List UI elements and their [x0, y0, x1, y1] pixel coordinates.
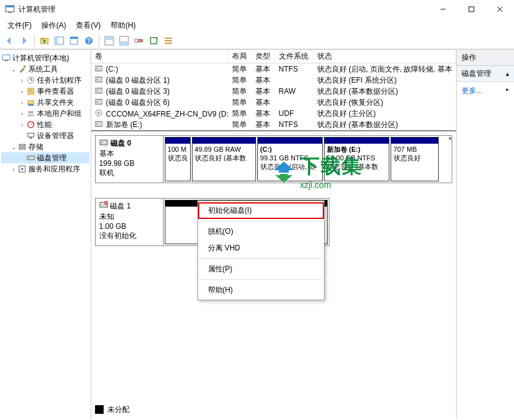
- volume-row[interactable]: (磁盘 0 磁盘分区 6)简单基本状态良好 (恢复分区): [91, 97, 456, 108]
- svg-rect-39: [28, 114, 34, 117]
- disk-0-partitions: 100 M状态良49.89 GB RAW状态良好 (基本数(C:)99.31 G…: [164, 136, 452, 183]
- tree-label: 服务和应用程序: [28, 164, 80, 175]
- tree-label: 本地用户和组: [37, 109, 81, 119]
- view-top-button[interactable]: [102, 34, 116, 47]
- volume-row[interactable]: (磁盘 0 磁盘分区 1)简单基本状态良好 (EFI 系统分区): [91, 75, 456, 86]
- minimize-button[interactable]: [429, 0, 457, 19]
- svg-rect-16: [105, 36, 114, 40]
- menu-view[interactable]: 查看(V): [71, 19, 106, 32]
- svg-rect-31: [28, 88, 34, 94]
- storage-icon: [17, 142, 27, 152]
- volume-row[interactable]: (磁盘 0 磁盘分区 3)简单基本RAW状态良好 (基本数据分区): [91, 86, 456, 97]
- actions-disk-mgmt[interactable]: 磁盘管理 ▴: [457, 66, 514, 82]
- col-volume[interactable]: 卷: [91, 50, 228, 63]
- expand-icon[interactable]: ›: [19, 121, 26, 128]
- volume-row[interactable]: CCCOMA_X64FRE_ZH-CN_DV9 (D:)简单基本UDF状态良好 …: [91, 108, 456, 119]
- volume-icon: [95, 120, 104, 128]
- expand-icon[interactable]: ›: [10, 166, 17, 173]
- tree-device-manager[interactable]: 设备管理器: [1, 130, 89, 141]
- ctx-initialize-disk[interactable]: 初始化磁盘(I): [198, 202, 324, 219]
- ctx-properties[interactable]: 属性(P): [198, 261, 324, 278]
- device-icon: [26, 131, 36, 141]
- tree-label: 系统工具: [28, 64, 58, 75]
- scroll-up-button[interactable]: ▴: [446, 133, 455, 141]
- expand-icon[interactable]: ›: [19, 110, 26, 117]
- svg-rect-10: [55, 37, 58, 44]
- col-layout[interactable]: 布局: [228, 50, 252, 63]
- col-filesystem[interactable]: 文件系统: [275, 50, 313, 63]
- tree-disk-management[interactable]: 磁盘管理: [1, 152, 89, 163]
- volume-fs: NTFS: [275, 119, 313, 130]
- volume-row[interactable]: (C:)简单基本NTFS状态良好 (启动, 页面文件, 故障转储, 基本: [91, 64, 456, 75]
- view-bottom-button[interactable]: [117, 34, 131, 47]
- svg-point-53: [96, 79, 97, 80]
- expand-icon[interactable]: ⌄: [10, 66, 17, 73]
- actions-more-label: 更多...: [462, 86, 483, 96]
- forward-button[interactable]: [17, 34, 31, 47]
- ctx-detach-vhd[interactable]: 分离 VHD: [198, 240, 324, 257]
- clock-icon: [26, 75, 36, 85]
- actions-more[interactable]: 更多... ▸: [457, 82, 514, 100]
- menu-file[interactable]: 文件(F): [2, 19, 36, 32]
- menubar: 文件(F) 操作(A) 查看(V) 帮助(H): [0, 19, 514, 32]
- volume-name: (磁盘 0 磁盘分区 6): [106, 98, 170, 107]
- disk-0-label: 磁盘 0 基本 199.98 GB 联机: [96, 136, 164, 183]
- disk-0-title: 磁盘 0: [110, 138, 131, 149]
- volume-table-body: (C:)简单基本NTFS状态良好 (启动, 页面文件, 故障转储, 基本(磁盘 …: [91, 64, 456, 130]
- col-type[interactable]: 类型: [252, 50, 275, 63]
- partition[interactable]: (C:)99.31 GB NTFS状态良好 (启动, 页: [257, 137, 323, 181]
- tree-event-viewer[interactable]: › 事件查看器: [1, 86, 89, 97]
- svg-rect-42: [28, 133, 34, 137]
- tree-task-scheduler[interactable]: › 任务计划程序: [1, 75, 89, 86]
- expand-icon[interactable]: ⌄: [10, 144, 17, 150]
- ctx-help[interactable]: 帮助(H): [198, 282, 324, 299]
- back-button[interactable]: [2, 34, 16, 47]
- tree-shared-folders[interactable]: › 共享文件夹: [1, 97, 89, 108]
- disk-1-size: 1.00 GB: [99, 222, 159, 231]
- users-icon: [26, 109, 36, 118]
- close-button[interactable]: [486, 0, 514, 19]
- chevron-right-icon: ▸: [506, 86, 509, 96]
- settings-button[interactable]: [132, 34, 146, 47]
- tree-services[interactable]: › 服务和应用程序: [1, 163, 89, 175]
- expand-icon[interactable]: ›: [19, 99, 26, 106]
- main-area: 计算机管理(本地) ⌄ 系统工具 › 任务计划程序 › 事件查看器 › 共享文件…: [0, 49, 514, 419]
- svg-rect-1: [6, 6, 14, 7]
- expand-icon[interactable]: ›: [19, 77, 26, 84]
- help-button[interactable]: ?: [82, 34, 96, 47]
- refresh-button[interactable]: [147, 34, 160, 47]
- ctx-offline[interactable]: 脱机(O): [198, 223, 324, 240]
- computer-icon: [1, 53, 11, 63]
- maximize-button[interactable]: [457, 0, 486, 19]
- list-button[interactable]: [162, 34, 175, 47]
- svg-rect-52: [95, 77, 102, 82]
- menu-action[interactable]: 操作(A): [36, 19, 71, 32]
- volume-fs: NTFS: [275, 64, 313, 75]
- menu-help[interactable]: 帮助(H): [106, 19, 141, 32]
- tree-storage[interactable]: ⌄ 存储: [1, 141, 89, 152]
- partition[interactable]: 100 M状态良: [165, 137, 191, 181]
- tools-icon: [17, 64, 27, 74]
- volume-row[interactable]: 新加卷 (E:)简单基本NTFS状态良好 (基本数据分区): [91, 119, 456, 130]
- volume-name: CCCOMA_X64FRE_ZH-CN_DV9 (D:): [106, 110, 228, 118]
- tree-local-users[interactable]: › 本地用户和组: [1, 108, 89, 119]
- svg-rect-25: [2, 55, 10, 60]
- volume-icon: [95, 65, 104, 72]
- svg-rect-2: [8, 12, 12, 13]
- volume-name: (磁盘 0 磁盘分区 1): [106, 76, 170, 84]
- partition[interactable]: 707 MB状态良好: [391, 137, 439, 181]
- properties-button[interactable]: [67, 34, 81, 47]
- tree-system-tools[interactable]: ⌄ 系统工具: [1, 64, 89, 75]
- up-button[interactable]: [38, 34, 51, 47]
- partition[interactable]: 49.89 GB RAW状态良好 (基本数: [192, 137, 256, 181]
- volume-name: (磁盘 0 磁盘分区 3): [106, 87, 170, 96]
- tree-performance[interactable]: › 性能: [1, 119, 89, 130]
- legend-unallocated-label: 未分配: [107, 405, 130, 415]
- expand-icon[interactable]: ›: [19, 88, 26, 95]
- tree-root[interactable]: 计算机管理(本地): [1, 52, 89, 64]
- partition[interactable]: 新加卷 (E:)50.00 GB NTFS状态良好 (基本数: [324, 137, 389, 181]
- show-hide-tree-button[interactable]: [52, 34, 66, 47]
- shared-icon: [26, 97, 36, 107]
- col-status[interactable]: 状态: [313, 50, 456, 63]
- disk-0[interactable]: 磁盘 0 基本 199.98 GB 联机 100 M状态良49.89 GB RA…: [95, 135, 452, 183]
